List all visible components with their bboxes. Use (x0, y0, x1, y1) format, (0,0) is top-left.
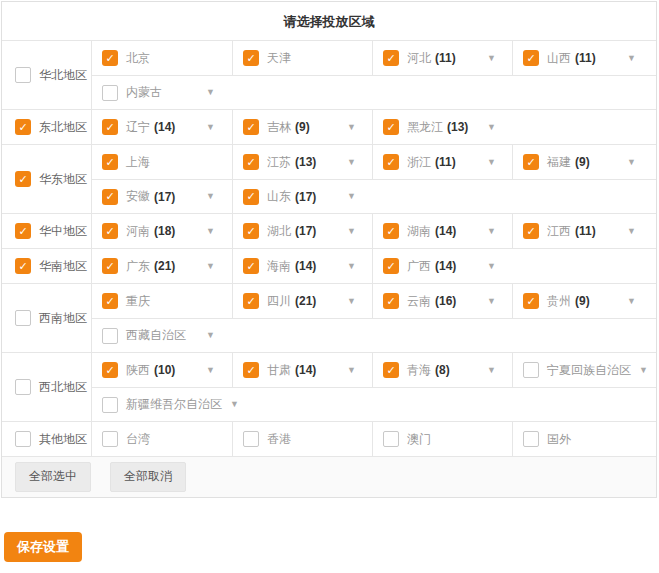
province-cell[interactable]: ✓贵州(9)▼ (512, 284, 652, 318)
province-checkbox[interactable]: ✓ (243, 362, 259, 378)
dropdown-arrow-icon[interactable]: ▼ (487, 366, 496, 375)
region-checkbox[interactable]: ✓ (15, 171, 31, 187)
region-checkbox[interactable] (15, 431, 31, 447)
province-cell[interactable]: ✓辽宁(14)▼ (92, 110, 232, 144)
dropdown-arrow-icon[interactable]: ▼ (347, 262, 356, 271)
province-checkbox[interactable]: ✓ (523, 50, 539, 66)
province-checkbox[interactable]: ✓ (523, 154, 539, 170)
select-all-button[interactable]: 全部选中 (15, 462, 91, 491)
dropdown-arrow-icon[interactable]: ▼ (627, 297, 636, 306)
province-checkbox[interactable]: ✓ (243, 258, 259, 274)
dropdown-arrow-icon[interactable]: ▼ (347, 192, 356, 201)
province-cell[interactable]: ✓青海(8)▼ (372, 353, 512, 387)
region-group-cell[interactable]: ✓东北地区 (2, 110, 92, 144)
province-checkbox[interactable] (383, 431, 399, 447)
province-cell[interactable]: 西藏自治区▼ (92, 319, 435, 352)
dropdown-arrow-icon[interactable]: ▼ (347, 158, 356, 167)
province-checkbox[interactable] (102, 431, 118, 447)
dropdown-arrow-icon[interactable]: ▼ (639, 366, 648, 375)
dropdown-arrow-icon[interactable]: ▼ (347, 366, 356, 375)
province-checkbox[interactable] (102, 85, 118, 101)
region-group-cell[interactable]: 华北地区 (2, 41, 92, 109)
province-checkbox[interactable]: ✓ (243, 293, 259, 309)
dropdown-arrow-icon[interactable]: ▼ (487, 54, 496, 63)
province-cell[interactable]: ✓北京 (92, 41, 232, 75)
province-cell[interactable]: ✓黑龙江(13)▼ (372, 110, 512, 144)
province-cell[interactable]: ✓湖北(17)▼ (232, 214, 372, 248)
region-checkbox[interactable] (15, 310, 31, 326)
dropdown-arrow-icon[interactable]: ▼ (487, 297, 496, 306)
province-checkbox[interactable]: ✓ (523, 293, 539, 309)
dropdown-arrow-icon[interactable]: ▼ (206, 192, 215, 201)
province-cell[interactable]: 台湾 (92, 422, 232, 456)
region-checkbox[interactable] (15, 67, 31, 83)
province-cell[interactable]: ✓陕西(10)▼ (92, 353, 232, 387)
region-checkbox[interactable]: ✓ (15, 223, 31, 239)
province-checkbox[interactable]: ✓ (243, 50, 259, 66)
province-checkbox[interactable]: ✓ (102, 119, 118, 135)
province-cell[interactable]: ✓吉林(9)▼ (232, 110, 372, 144)
region-group-cell[interactable]: 西北地区 (2, 353, 92, 421)
province-checkbox[interactable] (523, 362, 539, 378)
dropdown-arrow-icon[interactable]: ▼ (487, 227, 496, 236)
province-checkbox[interactable] (102, 328, 118, 344)
province-checkbox[interactable]: ✓ (383, 293, 399, 309)
province-checkbox[interactable] (243, 431, 259, 447)
province-checkbox[interactable]: ✓ (383, 119, 399, 135)
province-cell[interactable]: ✓重庆 (92, 284, 232, 318)
province-cell[interactable]: 宁夏回族自治区▼ (512, 353, 652, 387)
region-group-cell[interactable]: ✓华南地区 (2, 249, 92, 283)
province-cell[interactable]: ✓江西(11)▼ (512, 214, 652, 248)
province-cell[interactable]: ✓山东(17)▼ (232, 180, 372, 213)
province-cell[interactable]: ✓福建(9)▼ (512, 145, 652, 179)
province-checkbox[interactable]: ✓ (102, 50, 118, 66)
region-group-cell[interactable]: ✓华东地区 (2, 145, 92, 213)
province-cell[interactable]: 内蒙古▼ (92, 76, 435, 109)
province-cell[interactable]: ✓甘肃(14)▼ (232, 353, 372, 387)
province-checkbox[interactable]: ✓ (383, 258, 399, 274)
dropdown-arrow-icon[interactable]: ▼ (230, 400, 239, 409)
dropdown-arrow-icon[interactable]: ▼ (206, 331, 215, 340)
deselect-all-button[interactable]: 全部取消 (110, 462, 186, 491)
region-group-cell[interactable]: 西南地区 (2, 284, 92, 352)
region-checkbox[interactable] (15, 379, 31, 395)
province-cell[interactable]: ✓广东(21)▼ (92, 249, 232, 283)
province-cell[interactable]: 新疆维吾尔自治区▼ (92, 388, 447, 421)
province-checkbox[interactable]: ✓ (102, 223, 118, 239)
province-checkbox[interactable]: ✓ (102, 154, 118, 170)
province-checkbox[interactable]: ✓ (243, 223, 259, 239)
province-checkbox[interactable] (102, 397, 118, 413)
province-checkbox[interactable]: ✓ (523, 223, 539, 239)
province-cell[interactable]: ✓云南(16)▼ (372, 284, 512, 318)
dropdown-arrow-icon[interactable]: ▼ (206, 366, 215, 375)
province-cell[interactable]: ✓海南(14)▼ (232, 249, 372, 283)
province-cell[interactable]: ✓山西(11)▼ (512, 41, 652, 75)
dropdown-arrow-icon[interactable]: ▼ (487, 123, 496, 132)
province-checkbox[interactable]: ✓ (243, 154, 259, 170)
region-checkbox[interactable]: ✓ (15, 258, 31, 274)
dropdown-arrow-icon[interactable]: ▼ (206, 227, 215, 236)
province-cell[interactable]: ✓四川(21)▼ (232, 284, 372, 318)
dropdown-arrow-icon[interactable]: ▼ (487, 262, 496, 271)
province-checkbox[interactable]: ✓ (243, 189, 259, 205)
dropdown-arrow-icon[interactable]: ▼ (347, 123, 356, 132)
province-checkbox[interactable]: ✓ (383, 362, 399, 378)
dropdown-arrow-icon[interactable]: ▼ (627, 158, 636, 167)
dropdown-arrow-icon[interactable]: ▼ (347, 297, 356, 306)
province-checkbox[interactable]: ✓ (102, 258, 118, 274)
province-cell[interactable]: 香港 (232, 422, 372, 456)
province-cell[interactable]: ✓浙江(11)▼ (372, 145, 512, 179)
province-checkbox[interactable]: ✓ (383, 50, 399, 66)
region-group-cell[interactable]: 其他地区 (2, 422, 92, 456)
province-cell[interactable]: ✓湖南(14)▼ (372, 214, 512, 248)
province-checkbox[interactable] (523, 431, 539, 447)
dropdown-arrow-icon[interactable]: ▼ (206, 262, 215, 271)
province-checkbox[interactable]: ✓ (102, 362, 118, 378)
province-cell[interactable]: ✓广西(14)▼ (372, 249, 512, 283)
dropdown-arrow-icon[interactable]: ▼ (206, 123, 215, 132)
province-checkbox[interactable]: ✓ (383, 223, 399, 239)
region-checkbox[interactable]: ✓ (15, 119, 31, 135)
province-checkbox[interactable]: ✓ (102, 293, 118, 309)
dropdown-arrow-icon[interactable]: ▼ (347, 227, 356, 236)
province-cell[interactable]: 国外 (512, 422, 652, 456)
